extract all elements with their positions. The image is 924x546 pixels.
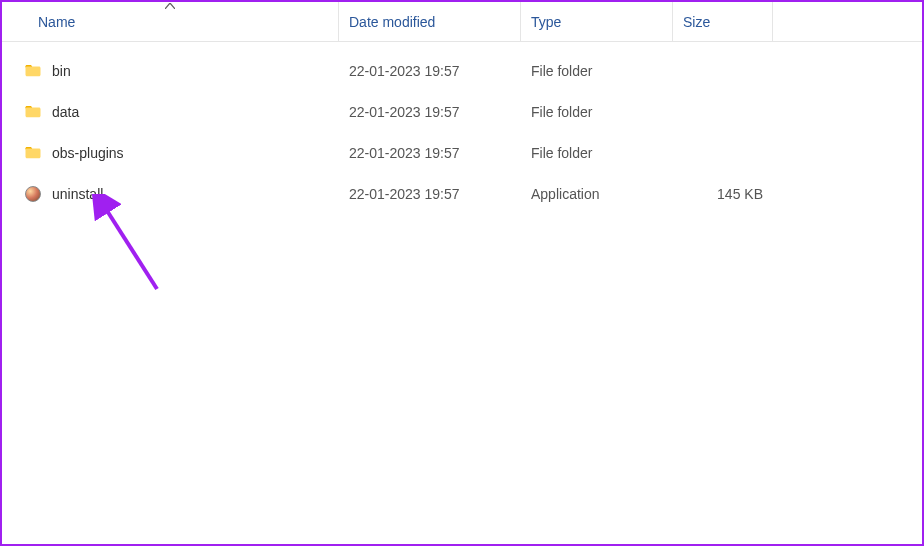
column-header-size[interactable]: Size: [673, 2, 773, 41]
column-headers: Name Date modified Type Size: [2, 2, 922, 42]
list-item[interactable]: bin 22-01-2023 19:57 File folder: [2, 50, 922, 91]
list-item[interactable]: obs-plugins 22-01-2023 19:57 File folder: [2, 132, 922, 173]
file-type: File folder: [521, 63, 673, 79]
sort-ascending-icon: [165, 0, 175, 11]
column-size-label: Size: [683, 14, 710, 30]
folder-icon: [24, 62, 42, 80]
file-explorer-window: Name Date modified Type Size bin 22-01-2…: [0, 0, 924, 546]
file-name: obs-plugins: [52, 145, 124, 161]
folder-icon: [24, 103, 42, 121]
file-type: File folder: [521, 145, 673, 161]
svg-line-1: [104, 206, 157, 289]
file-name: data: [52, 104, 79, 120]
column-type-label: Type: [531, 14, 561, 30]
column-header-date[interactable]: Date modified: [339, 2, 521, 41]
application-icon: [24, 185, 42, 203]
file-type: Application: [521, 186, 673, 202]
file-date: 22-01-2023 19:57: [339, 104, 521, 120]
file-list: bin 22-01-2023 19:57 File folder data 22…: [2, 42, 922, 214]
file-name: bin: [52, 63, 71, 79]
file-size: 145 KB: [673, 186, 773, 202]
folder-icon: [24, 144, 42, 162]
file-type: File folder: [521, 104, 673, 120]
column-header-type[interactable]: Type: [521, 2, 673, 41]
file-date: 22-01-2023 19:57: [339, 186, 521, 202]
column-header-name[interactable]: Name: [2, 2, 339, 41]
list-item[interactable]: uninstall 22-01-2023 19:57 Application 1…: [2, 173, 922, 214]
file-name: uninstall: [52, 186, 103, 202]
column-name-label: Name: [38, 14, 75, 30]
column-date-label: Date modified: [349, 14, 435, 30]
file-date: 22-01-2023 19:57: [339, 63, 521, 79]
file-date: 22-01-2023 19:57: [339, 145, 521, 161]
list-item[interactable]: data 22-01-2023 19:57 File folder: [2, 91, 922, 132]
